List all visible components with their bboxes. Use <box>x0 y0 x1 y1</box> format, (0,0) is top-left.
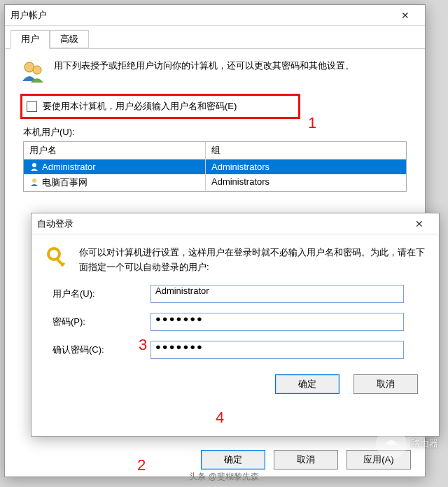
svg-point-1 <box>33 66 41 74</box>
username-input[interactable]: Administrator <box>150 285 404 303</box>
local-users-label: 本机用户(U): <box>23 126 410 139</box>
titlebar-main: 用户帐户 ✕ <box>5 5 425 26</box>
table-row[interactable]: 电脑百事网 Administrators <box>24 174 406 191</box>
table-header: 用户名 组 <box>24 142 406 160</box>
confirm-row: 确认密码(C): ●●●●●●● <box>46 341 425 359</box>
watermark-text: 路由器 <box>411 437 438 450</box>
dialog-intro: 你可以对计算机进行设置，这样用户在登录时就不必输入用户名和密码。为此，请在下面指… <box>79 246 425 275</box>
confirm-label: 确认密码(C): <box>46 344 150 356</box>
main-content: 用下列表授予或拒绝用户访问你的计算机，还可以更改其密码和其他设置。 要使用本计算… <box>5 49 425 202</box>
table-row[interactable]: Administrator Administrators <box>24 160 406 174</box>
password-label: 密码(P): <box>46 316 150 328</box>
col-group[interactable]: 组 <box>206 142 406 159</box>
ok-button[interactable]: 确定 <box>275 374 340 394</box>
password-row: 密码(P): ●●●●●●● <box>46 313 425 331</box>
tab-users[interactable]: 用户 <box>10 30 50 49</box>
user-icon <box>29 177 39 187</box>
checkbox-icon[interactable] <box>27 101 37 112</box>
ok-button[interactable]: 确定 <box>201 450 265 470</box>
intro-text: 用下列表授予或拒绝用户访问你的计算机，还可以更改其密码和其他设置。 <box>54 59 354 84</box>
tab-advanced[interactable]: 高级 <box>50 30 89 48</box>
col-username[interactable]: 用户名 <box>24 142 206 159</box>
autologin-dialog: 自动登录 ✕ 你可以对计算机进行设置，这样用户在登录时就不必输入用户名和密码。为… <box>31 213 440 437</box>
watermark-badge-icon <box>376 428 407 459</box>
watermark: 路由器 <box>376 428 438 459</box>
key-icon <box>46 246 71 271</box>
attribution-text: 头条 @斐糊黎先森 <box>189 471 259 483</box>
svg-point-2 <box>32 163 36 167</box>
dialog-button-row: 确定 取消 <box>31 369 439 404</box>
require-login-checkbox-row[interactable]: 要使用本计算机，用户必须输入用户名和密码(E) <box>20 94 300 119</box>
svg-point-3 <box>32 178 36 183</box>
titlebar-autologin: 自动登录 ✕ <box>31 213 439 234</box>
confirm-input[interactable]: ●●●●●●● <box>150 341 404 359</box>
user-icon <box>29 162 39 171</box>
close-icon[interactable]: ✕ <box>405 218 433 230</box>
users-icon <box>20 59 46 84</box>
password-input[interactable]: ●●●●●●● <box>150 313 404 331</box>
cancel-button[interactable]: 取消 <box>274 450 338 470</box>
window-title: 用户帐户 <box>10 9 391 22</box>
username-label: 用户名(U): <box>46 288 150 300</box>
users-table: 用户名 组 Administrator Administrators 电脑百事网… <box>23 141 407 192</box>
svg-point-7 <box>391 446 393 448</box>
dialog-title: 自动登录 <box>37 218 405 230</box>
username-row: 用户名(U): Administrator <box>46 285 425 303</box>
close-icon[interactable]: ✕ <box>391 10 419 21</box>
tab-strip: 用户 高级 <box>5 26 425 49</box>
checkbox-label: 要使用本计算机，用户必须输入用户名和密码(E) <box>43 100 237 113</box>
cancel-button[interactable]: 取消 <box>354 374 418 394</box>
